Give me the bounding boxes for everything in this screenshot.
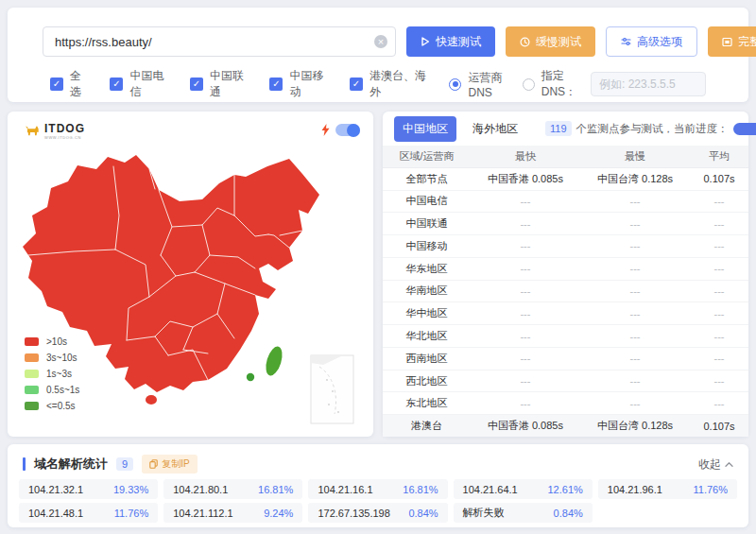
custom-dns-label: 指定DNS：	[541, 68, 581, 100]
ip-stat-box[interactable]: 104.21.48.111.76%	[19, 503, 158, 523]
table-row[interactable]: 东北地区 --- --- ---	[383, 392, 748, 415]
ip-stat-box[interactable]: 104.21.96.111.76%	[598, 479, 737, 499]
custom-dns-radio[interactable]	[523, 78, 535, 91]
legend-item: >10s	[25, 334, 79, 350]
checkbox-checked-icon: ✓	[269, 78, 283, 91]
lightning-icon	[321, 124, 330, 136]
logo-title: ITDOG	[44, 123, 85, 134]
table-row[interactable]: 中国移动 --- --- ---	[383, 235, 748, 258]
toolbar-card: × 快速测试 缓慢测试 高级选项 完整截图 ✓全选 ✓中国电信 ✓中国联通 ✓中…	[8, 8, 748, 102]
legend-swatch-orange	[25, 353, 39, 362]
ip-stat-box[interactable]: 104.21.80.116.81%	[163, 479, 302, 499]
map-legend: >10s 3s~10s 1s~3s 0.5s~1s <=0.5s	[25, 334, 79, 414]
logo-subtitle: WWW.ITDOG.CN	[44, 136, 85, 140]
ip-count-badge: 9	[116, 457, 133, 471]
table-row[interactable]: 华中地区 --- --- ---	[383, 302, 748, 325]
checkbox-china-mobile[interactable]: ✓中国移动	[269, 68, 327, 100]
checkbox-select-all[interactable]: ✓全选	[50, 68, 87, 100]
ip-stat-box[interactable]: 104.21.16.116.81%	[308, 479, 447, 499]
results-header: 中国地区 海外地区 119 个监测点参与测试，当前进度： 100%	[383, 112, 748, 146]
table-row[interactable]: 华南地区 --- --- ---	[383, 281, 748, 303]
checkbox-checked-icon: ✓	[110, 78, 123, 91]
ip-stat-box[interactable]: 104.21.32.119.33%	[19, 479, 158, 499]
progress-bar: 100%	[733, 123, 756, 135]
progress-label: 个监测点参与测试，当前进度：	[576, 122, 729, 136]
clear-input-icon[interactable]: ×	[374, 35, 387, 48]
hk-marker-dot	[247, 373, 254, 381]
legend-item: 3s~10s	[25, 350, 79, 366]
table-row[interactable]: 港澳台 中国香港 0.085s 中国台湾 0.128s 0.107s	[383, 415, 748, 437]
results-table: 区域/运营商 最快 最慢 平均 全部节点 中国香港 0.085s 中国台湾 0.…	[383, 146, 748, 437]
ip-stat-box[interactable]: 104.21.64.112.61%	[454, 479, 593, 499]
table-row[interactable]: 中国联通 --- --- ---	[383, 213, 748, 235]
clock-icon	[520, 37, 530, 47]
south-china-sea-inset	[311, 355, 353, 423]
ip-stat-box[interactable]: 解析失败0.84%	[454, 503, 593, 523]
dog-icon	[25, 123, 41, 137]
title-accent-bar	[23, 457, 26, 471]
table-header-row: 区域/运营商 最快 最慢 平均	[383, 146, 748, 168]
legend-item: 1s~3s	[25, 366, 79, 382]
carrier-dns-label: 运营商DNS	[468, 70, 507, 99]
node-count-badge: 119	[545, 121, 572, 136]
table-row[interactable]: 全部节点 中国香港 0.085s 中国台湾 0.128s 0.107s	[383, 168, 748, 191]
checkbox-china-unicom[interactable]: ✓中国联通	[190, 68, 248, 100]
table-row[interactable]: 中国电信 --- --- ---	[383, 191, 748, 214]
ip-stat-box[interactable]: 104.21.112.19.24%	[163, 503, 302, 523]
quick-test-button[interactable]: 快速测试	[406, 26, 495, 57]
collapse-button[interactable]: 收起	[698, 456, 733, 473]
checkbox-china-telecom[interactable]: ✓中国电信	[110, 68, 167, 100]
legend-swatch-lime	[25, 370, 39, 378]
ip-stat-box[interactable]: 172.67.135.1980.84%	[308, 503, 447, 523]
table-row[interactable]: 华北地区 --- --- ---	[383, 325, 748, 348]
panel-title: 域名解析统计	[34, 456, 108, 473]
map-toggle[interactable]	[335, 124, 360, 136]
map-card: ITDOG WWW.ITDOG.CN	[8, 112, 373, 437]
dns-stats-header: 域名解析统计 9 复制IP	[23, 455, 198, 474]
toggle-knob	[347, 124, 360, 137]
results-card: 中国地区 海外地区 119 个监测点参与测试，当前进度： 100% 区域/运营商…	[383, 112, 748, 437]
dns-stats-panel: 域名解析统计 9 复制IP 收起 104.21.32.119.33% 104.2…	[8, 444, 748, 527]
sliders-icon	[621, 37, 631, 46]
table-row[interactable]: 西南地区 --- --- ---	[383, 348, 748, 370]
tab-china-region[interactable]: 中国地区	[394, 116, 456, 142]
table-row[interactable]: 华东地区 --- --- ---	[383, 258, 748, 281]
copy-ip-button[interactable]: 复制IP	[142, 455, 197, 474]
legend-item: 0.5s~1s	[25, 382, 79, 398]
url-input-wrap: ×	[43, 26, 396, 57]
legend-swatch-green	[25, 386, 39, 394]
checkbox-checked-icon: ✓	[350, 78, 363, 91]
ip-stats-grid: 104.21.32.119.33% 104.21.80.116.81% 104.…	[19, 479, 737, 523]
copy-icon	[149, 459, 158, 469]
legend-swatch-red	[25, 337, 39, 346]
tab-overseas-region[interactable]: 海外地区	[464, 116, 526, 142]
checkbox-hmt-overseas[interactable]: ✓港澳台、海外	[350, 68, 427, 100]
full-screenshot-button[interactable]: 完整截图	[708, 26, 756, 57]
custom-dns-input[interactable]	[591, 72, 706, 96]
itdog-logo[interactable]: ITDOG WWW.ITDOG.CN	[25, 123, 85, 140]
hainan-island	[146, 395, 157, 405]
checkbox-checked-icon: ✓	[50, 78, 63, 91]
dns-option-group: 运营商DNS 指定DNS：	[449, 68, 706, 100]
advanced-options-button[interactable]: 高级选项	[606, 26, 697, 57]
screenshot-icon	[722, 37, 732, 47]
legend-item: <=0.5s	[25, 398, 79, 414]
taiwan-island	[263, 345, 285, 378]
carrier-dns-radio[interactable]	[449, 78, 461, 91]
checkbox-checked-icon: ✓	[190, 78, 203, 91]
slow-test-button[interactable]: 缓慢测试	[506, 26, 595, 57]
chevron-up-icon	[725, 460, 733, 469]
play-icon	[421, 37, 430, 46]
table-row[interactable]: 西北地区 --- --- ---	[383, 370, 748, 393]
url-input[interactable]	[43, 35, 395, 49]
legend-swatch-darkgreen	[25, 402, 39, 410]
